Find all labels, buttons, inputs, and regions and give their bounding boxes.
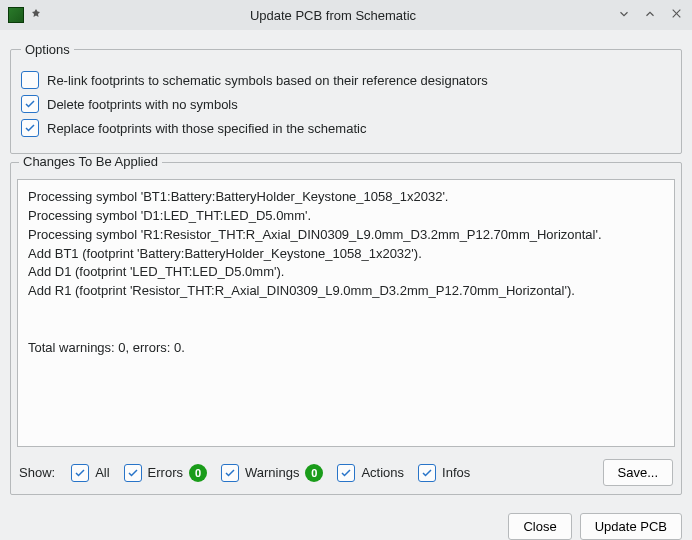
option-relink-checkbox[interactable]: [21, 71, 39, 89]
option-relink-label: Re-link footprints to schematic symbols …: [47, 73, 488, 88]
filter-actions-label: Actions: [361, 465, 404, 480]
maximize-icon[interactable]: [642, 7, 658, 24]
filter-all[interactable]: All: [71, 464, 109, 482]
filter-errors-label: Errors: [148, 465, 183, 480]
option-delete-row[interactable]: Delete footprints with no symbols: [21, 95, 671, 113]
filter-all-label: All: [95, 465, 109, 480]
filter-warnings-label: Warnings: [245, 465, 299, 480]
warnings-count-badge: 0: [305, 464, 323, 482]
filter-actions[interactable]: Actions: [337, 464, 404, 482]
changes-legend: Changes To Be Applied: [19, 154, 162, 169]
window-title: Update PCB from Schematic: [50, 8, 616, 23]
filter-warnings[interactable]: Warnings 0: [221, 464, 323, 482]
app-icon: [8, 7, 24, 23]
options-group: Options Re-link footprints to schematic …: [10, 42, 682, 154]
filter-warnings-checkbox[interactable]: [221, 464, 239, 482]
filter-infos-checkbox[interactable]: [418, 464, 436, 482]
option-delete-label: Delete footprints with no symbols: [47, 97, 238, 112]
errors-count-badge: 0: [189, 464, 207, 482]
update-pcb-button[interactable]: Update PCB: [580, 513, 682, 540]
minimize-icon[interactable]: [616, 7, 632, 24]
close-button[interactable]: Close: [508, 513, 571, 540]
footer: Close Update PCB: [0, 505, 692, 540]
filter-actions-checkbox[interactable]: [337, 464, 355, 482]
filter-errors[interactable]: Errors 0: [124, 464, 207, 482]
pin-icon[interactable]: [30, 8, 42, 23]
titlebar: Update PCB from Schematic: [0, 0, 692, 30]
option-replace-checkbox[interactable]: [21, 119, 39, 137]
changes-group: Changes To Be Applied Processing symbol …: [10, 162, 682, 495]
filter-row: Show: All Errors 0 Warnings 0: [11, 453, 681, 494]
filter-errors-checkbox[interactable]: [124, 464, 142, 482]
changes-log[interactable]: Processing symbol 'BT1:Battery:BatteryHo…: [17, 179, 675, 447]
option-replace-row[interactable]: Replace footprints with those specified …: [21, 119, 671, 137]
close-icon[interactable]: [668, 7, 684, 24]
save-button[interactable]: Save...: [603, 459, 673, 486]
options-legend: Options: [21, 42, 74, 57]
filter-all-checkbox[interactable]: [71, 464, 89, 482]
option-replace-label: Replace footprints with those specified …: [47, 121, 366, 136]
filter-infos-label: Infos: [442, 465, 470, 480]
option-relink-row[interactable]: Re-link footprints to schematic symbols …: [21, 71, 671, 89]
show-label: Show:: [19, 465, 55, 480]
filter-infos[interactable]: Infos: [418, 464, 470, 482]
option-delete-checkbox[interactable]: [21, 95, 39, 113]
